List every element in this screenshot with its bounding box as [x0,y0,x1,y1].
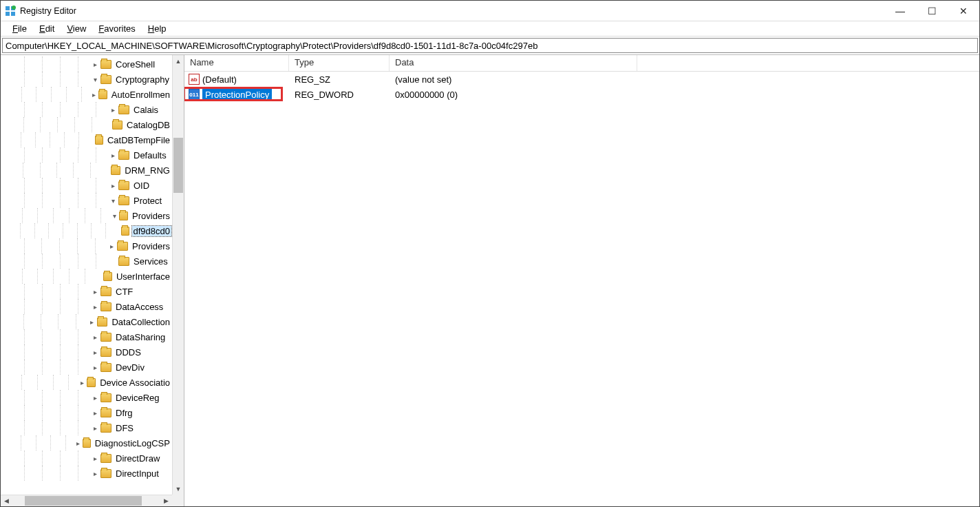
chevron-right-icon[interactable]: ▸ [90,303,100,311]
tree-spacer: · [114,227,120,235]
tree-item[interactable]: ▸CoreShell [1,56,171,72]
tree-item[interactable]: ·CatalogDB [1,117,171,132]
folder-icon [118,105,129,114]
tree-scrollbar-horizontal[interactable]: ◀ ▶ [1,495,172,506]
chevron-down-icon[interactable]: ▾ [110,212,118,220]
minimize-button[interactable]: — [884,1,916,21]
scroll-down-arrow-icon[interactable]: ▼ [173,483,184,495]
tree-item-label: DevDiv [114,362,146,373]
column-header-data[interactable]: Data [390,55,637,71]
folder-icon [112,121,122,130]
tree-item-label: Device Associatio [98,377,171,388]
chevron-right-icon[interactable]: ▸ [78,379,86,386]
chevron-right-icon[interactable]: ▸ [90,349,100,356]
tree-item[interactable]: ▸OID [1,178,171,193]
scrollbar-corner [172,495,184,506]
menu-help[interactable]: Help [142,22,173,35]
chevron-right-icon[interactable]: ▸ [108,106,118,114]
tree-item-label: DFS [114,423,135,433]
chevron-right-icon[interactable]: ▸ [87,318,96,326]
address-text: Computer\HKEY_LOCAL_MACHINE\SOFTWARE\Mic… [6,41,537,51]
tree-item[interactable]: ▸DirectInput [1,466,171,481]
tree-item[interactable]: ▸Calais [1,102,171,117]
value-data: 0x00000000 (0) [390,90,979,100]
tree-scrollbar-vertical[interactable]: ▲ ▼ [172,55,184,495]
address-bar[interactable]: Computer\HKEY_LOCAL_MACHINE\SOFTWARE\Mic… [2,38,978,53]
titlebar: Registry Editor — ☐ ✕ [1,1,979,21]
tree-item[interactable]: ▸DataAccess [1,299,171,314]
folder-icon [118,257,129,266]
tree-item[interactable]: ▸Device Associatio [1,375,171,390]
chevron-right-icon[interactable]: ▸ [74,439,81,447]
tree-item[interactable]: ·Services [1,254,171,269]
chevron-down-icon[interactable]: ▾ [90,76,100,83]
svg-point-4 [12,6,16,10]
chevron-right-icon[interactable]: ▸ [90,455,100,462]
chevron-down-icon[interactable]: ▾ [108,197,118,205]
menu-file[interactable]: File [6,22,33,35]
tree-item[interactable]: ▸DirectDraw [1,451,171,466]
chevron-right-icon[interactable]: ▸ [90,470,100,477]
scroll-left-arrow-icon[interactable]: ◀ [1,495,12,506]
tree-item[interactable]: ▸DiagnosticLogCSP [1,435,171,451]
chevron-right-icon[interactable]: ▸ [90,364,100,371]
tree-item-label: CTF [114,287,134,297]
tree-item[interactable]: ▸DDDS [1,344,171,360]
folder-icon [100,348,111,357]
tree-item[interactable]: ·UserInterface [1,269,171,284]
list-body[interactable]: ab(Default)REG_SZ(value not set)011Prote… [184,72,979,506]
tree-spacer: · [101,167,110,174]
tree-item-label: DataCollection [110,317,171,327]
folder-icon [100,302,111,311]
tree-item[interactable]: ▾Protect [1,193,171,208]
scroll-thumb-horizontal[interactable] [25,496,142,506]
tree-item[interactable]: ·DRM_RNG [1,163,171,178]
chevron-right-icon[interactable]: ▸ [90,333,100,341]
tree-item[interactable]: ▸DevDiv [1,360,171,375]
close-button[interactable]: ✕ [948,1,979,21]
tree-item[interactable]: ▾Cryptography [1,72,171,87]
tree-item[interactable]: ▸DFS [1,420,171,435]
registry-tree[interactable]: ▸CoreShell▾Cryptography▸AutoEnrollmen▸Ca… [1,55,171,481]
chevron-right-icon[interactable]: ▸ [108,182,118,189]
tree-item-label: DirectInput [114,468,160,479]
chevron-right-icon[interactable]: ▸ [108,152,118,159]
tree-item-label: Services [132,256,169,267]
tree-item[interactable]: ▸CTF [1,284,171,299]
tree-item[interactable]: ▸DataCollection [1,314,171,329]
tree-item[interactable]: ▸DataSharing [1,329,171,344]
tree-item-label: UserInterface [115,271,171,282]
column-header-type[interactable]: Type [289,55,390,71]
tree-item[interactable]: ▸AutoEnrollmen [1,87,171,102]
menu-edit[interactable]: Edit [33,22,61,35]
scroll-up-arrow-icon[interactable]: ▲ [173,55,184,67]
maximize-button[interactable]: ☐ [916,1,948,21]
tree-item[interactable]: ▸DeviceReg [1,390,171,405]
scroll-thumb-vertical[interactable] [173,138,183,193]
svg-rect-3 [11,12,15,16]
scroll-right-arrow-icon[interactable]: ▶ [160,495,172,506]
chevron-right-icon[interactable]: ▸ [90,288,100,296]
chevron-right-icon[interactable]: ▸ [107,242,116,250]
tree-item[interactable]: ▸Dfrg [1,405,171,420]
list-row[interactable]: 011ProtectionPolicyREG_DWORD0x00000000 (… [184,87,979,102]
chevron-right-icon[interactable]: ▸ [90,409,100,417]
chevron-right-icon[interactable]: ▸ [91,91,98,99]
folder-icon [83,439,91,448]
column-header-name[interactable]: Name [184,55,289,71]
chevron-right-icon[interactable]: ▸ [90,394,100,402]
tree-item[interactable]: ▸Providers [1,238,171,254]
menubar: File Edit View Favorites Help [1,21,979,37]
tree-item-label: Defaults [132,150,168,161]
menu-view[interactable]: View [61,22,92,35]
tree-item[interactable]: ·CatDBTempFile [1,132,171,147]
menu-favorites[interactable]: Favorites [92,22,141,35]
list-row[interactable]: ab(Default)REG_SZ(value not set) [184,72,979,87]
tree-item[interactable]: ▸Defaults [1,147,171,163]
chevron-right-icon[interactable]: ▸ [90,61,100,68]
tree-item[interactable]: ▾Providers [1,208,171,223]
tree-item[interactable]: ·df9d8cd0 [1,223,171,238]
tree-item-label: Protect [132,196,163,206]
chevron-right-icon[interactable]: ▸ [90,424,100,432]
value-name: (Default) [202,74,237,85]
